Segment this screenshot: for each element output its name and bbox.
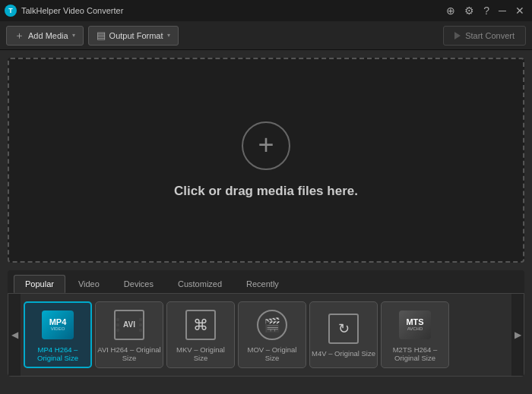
- preset-mts-label: M2TS H264 – Original Size: [383, 345, 447, 363]
- preset-avi-label: AVI H264 – Original Size: [97, 345, 161, 363]
- help-button[interactable]: ?: [480, 5, 492, 16]
- output-format-label: Output Format: [109, 31, 163, 40]
- add-media-dropdown-icon: ▾: [72, 32, 75, 39]
- plus-icon: +: [258, 131, 274, 159]
- start-convert-label: Start Convert: [465, 31, 515, 40]
- app-logo: T: [5, 5, 17, 17]
- format-icon: ▤: [97, 30, 106, 41]
- drop-prompt: Click or drag media files here.: [174, 184, 358, 199]
- format-area: Popular Video Devices Customized Recentl…: [8, 270, 524, 293]
- add-media-label: Add Media: [28, 31, 68, 40]
- add-media-button[interactable]: ＋ Add Media ▾: [6, 26, 84, 46]
- drop-area[interactable]: + Click or drag media files here.: [8, 58, 524, 263]
- title-bar: T TalkHelper Video Converter ⊕ ⚙ ? ─ ✕: [0, 0, 532, 21]
- mov-icon: 🎬: [255, 307, 290, 342]
- tab-popular[interactable]: Popular: [14, 275, 65, 293]
- add-icon: ＋: [14, 29, 24, 43]
- preset-mkv[interactable]: ⌘ MKV – Original Size: [166, 301, 235, 368]
- preset-mp4-h264[interactable]: MP4 H264 – Original Size: [24, 301, 92, 368]
- toolbar: ＋ Add Media ▾ ▤ Output Format ▾ Start Co…: [0, 21, 532, 50]
- format-presets-container: ◀ MP4 H264 – Original Size AVI: [8, 293, 524, 377]
- m4v-icon: ↻: [326, 311, 361, 346]
- app-title: TalkHelper Video Converter: [21, 6, 123, 15]
- scroll-left-button[interactable]: ◀: [8, 294, 21, 376]
- close-button[interactable]: ✕: [512, 5, 527, 16]
- preset-m4v[interactable]: ↻ M4V – Original Size: [309, 301, 378, 368]
- tab-recently[interactable]: Recently: [235, 275, 290, 293]
- tab-devices[interactable]: Devices: [112, 275, 165, 293]
- preset-mov-label: MOV – Original Size: [240, 345, 304, 363]
- preset-mov[interactable]: 🎬 MOV – Original Size: [238, 301, 306, 368]
- title-bar-controls: ⊕ ⚙ ? ─ ✕: [443, 5, 527, 16]
- output-format-dropdown-icon: ▾: [167, 32, 170, 39]
- mp4-icon: [40, 307, 75, 342]
- mts-icon: [397, 307, 432, 342]
- preset-avi-h264[interactable]: AVI AVI H264 – Original Size: [95, 301, 163, 368]
- output-format-button[interactable]: ▤ Output Format ▾: [88, 26, 179, 46]
- scroll-right-button[interactable]: ▶: [511, 294, 524, 376]
- add-circle: +: [242, 121, 290, 170]
- tab-customized[interactable]: Customized: [166, 275, 233, 293]
- mkv-icon: ⌘: [183, 307, 218, 342]
- toolbar-left: ＋ Add Media ▾ ▤ Output Format ▾: [6, 26, 179, 46]
- pin-button[interactable]: ⊕: [443, 5, 458, 16]
- start-convert-button[interactable]: Start Convert: [443, 26, 526, 46]
- avi-icon: AVI: [112, 307, 147, 342]
- preset-mp4-label: MP4 H264 – Original Size: [27, 345, 89, 363]
- preset-m4v-label: M4V – Original Size: [312, 349, 375, 358]
- play-icon: [454, 32, 461, 39]
- preset-mts-h264[interactable]: M2TS H264 – Original Size: [381, 301, 449, 368]
- minimize-button[interactable]: ─: [496, 5, 509, 16]
- settings-button[interactable]: ⚙: [461, 5, 477, 16]
- title-bar-left: T TalkHelper Video Converter: [5, 5, 123, 17]
- format-presets: MP4 H264 – Original Size AVI: [21, 295, 511, 374]
- format-tabs: Popular Video Devices Customized Recentl…: [8, 270, 524, 293]
- preset-mkv-label: MKV – Original Size: [169, 345, 233, 363]
- tab-video[interactable]: Video: [67, 275, 111, 293]
